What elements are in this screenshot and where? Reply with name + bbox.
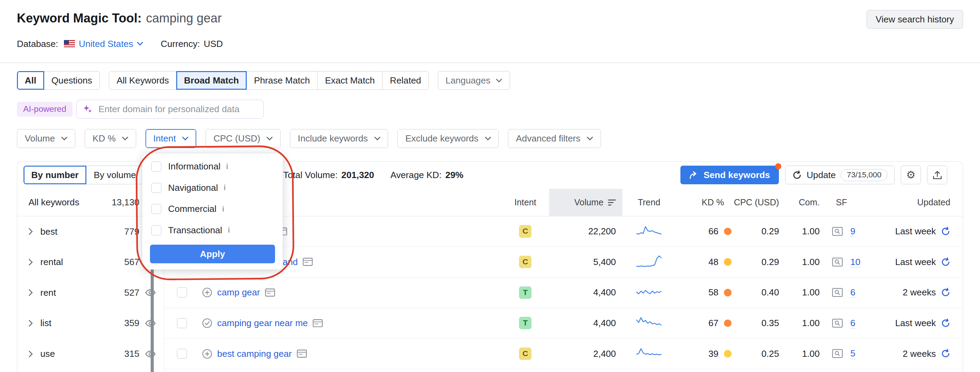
chevron-right-icon[interactable] <box>28 320 33 327</box>
row-checkbox[interactable] <box>177 287 187 298</box>
tab-related[interactable]: Related <box>382 71 429 90</box>
all-keywords-row[interactable]: All keywords 13,130 <box>17 189 164 216</box>
col-header-kd[interactable]: KD % <box>674 189 733 216</box>
advanced-filters[interactable]: Advanced filters <box>508 129 601 148</box>
group-row-rental[interactable]: rental 567 <box>17 247 164 277</box>
languages-label: Languages <box>445 75 490 86</box>
col-header-com[interactable]: Com. <box>783 197 823 207</box>
add-to-list-icon[interactable] <box>202 349 212 359</box>
sf-value[interactable]: 9 <box>850 226 856 237</box>
cpc-filter[interactable]: CPC (USD) <box>205 129 281 148</box>
view-search-history-button[interactable]: View search history <box>867 10 963 28</box>
serp-analysis-icon[interactable] <box>832 257 843 267</box>
row-refresh-icon[interactable] <box>941 227 950 236</box>
serp-analysis-icon[interactable] <box>832 288 843 297</box>
volume-filter[interactable]: Volume <box>17 129 75 148</box>
languages-dropdown[interactable]: Languages <box>438 71 511 90</box>
group-label: rental <box>40 257 63 268</box>
serp-analysis-icon[interactable] <box>832 318 843 328</box>
add-to-list-icon[interactable] <box>202 287 212 298</box>
checkbox[interactable] <box>151 204 161 214</box>
updated-value: 2 weeks <box>903 287 936 298</box>
checkbox[interactable] <box>151 161 161 171</box>
intent-option-transactional[interactable]: Transactional i <box>142 220 282 241</box>
database-select[interactable]: United States <box>79 38 143 50</box>
col-header-intent[interactable]: Intent <box>508 197 543 207</box>
keyword-link[interactable]: camp gear <box>217 287 260 298</box>
settings-button[interactable]: ⚙ <box>901 166 921 184</box>
col-header-cpc[interactable]: CPC (USD) <box>733 197 783 207</box>
keyword-link[interactable]: camping gear near me <box>217 318 308 329</box>
chevron-right-icon[interactable] <box>28 259 33 266</box>
chevron-right-icon[interactable] <box>28 228 33 235</box>
intent-filter[interactable]: Intent <box>145 129 196 148</box>
by-number-tab[interactable]: By number <box>24 166 86 184</box>
group-row-rent[interactable]: rent 527 <box>17 277 164 308</box>
col-header-updated[interactable]: Updated <box>870 197 963 207</box>
sf-value[interactable]: 6 <box>850 318 856 329</box>
tab-all[interactable]: All <box>17 71 44 90</box>
keyword-link[interactable]: best camping gear <box>217 348 292 359</box>
volume-value: 22,200 <box>543 226 624 237</box>
tab-exact-match[interactable]: Exact Match <box>317 71 383 90</box>
exclude-keywords-filter[interactable]: Exclude keywords <box>398 129 499 148</box>
group-label: All keywords <box>28 197 79 208</box>
in-list-check-icon[interactable] <box>202 318 212 328</box>
kd-value: 66 <box>708 226 718 237</box>
tab-questions[interactable]: Questions <box>43 71 100 90</box>
sf-value[interactable]: 5 <box>850 348 856 359</box>
update-button[interactable]: Update 73/15,000 <box>785 166 895 184</box>
serp-features-icon[interactable] <box>265 288 275 297</box>
intent-badge: T <box>519 317 531 329</box>
info-icon: i <box>222 205 224 214</box>
group-row-best[interactable]: best 779 <box>17 216 164 247</box>
row-refresh-icon[interactable] <box>941 288 950 297</box>
updated-value: Last week <box>895 318 936 329</box>
sparkle-icon <box>83 104 92 114</box>
chevron-down-icon <box>137 41 143 46</box>
chevron-right-icon[interactable] <box>28 289 33 296</box>
chevron-right-icon[interactable] <box>28 351 33 358</box>
serp-features-icon[interactable] <box>297 350 307 358</box>
intent-badge: T <box>519 287 531 299</box>
tab-phrase-match[interactable]: Phrase Match <box>246 71 318 90</box>
serp-features-icon[interactable] <box>313 319 323 328</box>
kd-filter[interactable]: KD % <box>85 129 136 148</box>
by-volume-tab[interactable]: By volume <box>86 166 144 184</box>
average-kd-label: Average KD: <box>390 170 442 180</box>
group-row-list[interactable]: list 359 <box>17 308 164 339</box>
intent-badge: C <box>519 348 531 360</box>
apply-button[interactable]: Apply <box>150 245 275 263</box>
col-header-sf[interactable]: SF <box>823 189 870 216</box>
serp-features-icon[interactable] <box>303 258 313 266</box>
export-button[interactable] <box>927 166 947 184</box>
row-refresh-icon[interactable] <box>941 318 950 328</box>
group-row-use[interactable]: use 315 <box>17 339 164 369</box>
row-checkbox[interactable] <box>177 318 187 328</box>
include-keywords-filter[interactable]: Include keywords <box>290 129 388 148</box>
filters-area: All Questions All Keywords Broad Match P… <box>0 71 980 148</box>
sf-value[interactable]: 6 <box>850 287 856 298</box>
intent-option-commercial[interactable]: Commercial i <box>142 198 282 220</box>
sort-icon <box>608 199 616 206</box>
serp-analysis-icon[interactable] <box>832 227 843 236</box>
domain-input[interactable] <box>97 103 257 115</box>
sf-value[interactable]: 10 <box>850 257 861 268</box>
checkbox[interactable] <box>151 183 161 193</box>
intent-dropdown-panel: Informational i Navigational i Commercia… <box>142 154 282 269</box>
tab-all-keywords[interactable]: All Keywords <box>109 71 177 90</box>
tab-broad-match[interactable]: Broad Match <box>176 71 247 90</box>
row-refresh-icon[interactable] <box>941 257 950 267</box>
row-refresh-icon[interactable] <box>941 349 950 358</box>
serp-analysis-icon[interactable] <box>832 349 843 358</box>
intent-option-navigational[interactable]: Navigational i <box>142 177 282 198</box>
intent-option-informational[interactable]: Informational i <box>142 156 282 177</box>
table-row: camping gear near me T 4,400 67 0.35 1.0… <box>164 308 963 339</box>
kd-dot <box>724 258 732 266</box>
checkbox[interactable] <box>151 225 161 235</box>
col-header-volume[interactable]: Volume <box>543 189 624 216</box>
page-title-label: Keyword Magic Tool: <box>17 11 142 25</box>
row-checkbox[interactable] <box>177 349 187 359</box>
group-count: 527 <box>124 287 140 298</box>
send-keywords-button[interactable]: Send keywords <box>680 166 779 184</box>
